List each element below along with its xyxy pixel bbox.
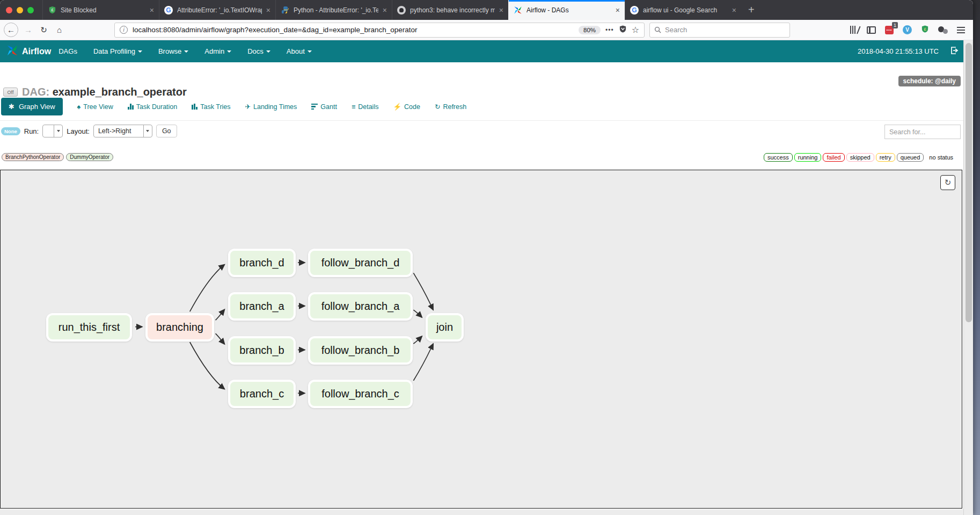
zoom-level-badge[interactable]: 80%: [579, 26, 601, 34]
view-tabs: ✱Graph View ♠Tree View Task Duration Tas…: [1, 98, 466, 115]
chevron-down-icon: [266, 50, 270, 53]
tab-gantt[interactable]: Gantt: [311, 103, 337, 111]
run-select[interactable]: [42, 125, 63, 137]
menu-browse[interactable]: Browse: [158, 47, 188, 55]
run-controls: None Run: Layout: Left->Right Go: [1, 124, 177, 138]
tab-github-python3[interactable]: python3: behave incorrectly mo ×: [392, 0, 508, 20]
airflow-navbar: Airflow DAGs Data Profiling Browse Admin…: [0, 40, 973, 62]
reload-button[interactable]: ↻: [36, 23, 52, 38]
tab-site-blocked[interactable]: £ Site Blocked ×: [42, 0, 159, 20]
task-node-run_this_first[interactable]: run_this_first: [46, 313, 132, 342]
tab-code[interactable]: ⚡Code: [393, 103, 420, 111]
tab-task-tries[interactable]: Task Tries: [192, 103, 230, 111]
task-node-branching[interactable]: branching: [145, 313, 214, 342]
close-tab-icon[interactable]: ×: [732, 6, 736, 14]
tab-task-duration[interactable]: Task Duration: [128, 103, 177, 111]
task-node-branch_b[interactable]: branch_b: [228, 336, 296, 365]
dag-header: Off DAG: example_branch_operator: [3, 86, 187, 98]
search-icon: [654, 26, 661, 33]
task-node-branch_c[interactable]: branch_c: [228, 380, 296, 408]
adblock-extension-icon[interactable]: ••• 1: [885, 26, 894, 34]
site-info-icon[interactable]: i: [120, 26, 128, 34]
tab-airflow-dags-active[interactable]: Airflow - DAGs ×: [508, 0, 625, 20]
back-button[interactable]: ←: [4, 23, 18, 37]
operator-badge-branchpythonoperator: BranchPythonOperator: [2, 153, 64, 161]
new-tab-button[interactable]: +: [741, 0, 762, 20]
sidebar-toggle-icon[interactable]: [867, 26, 876, 34]
search-bar[interactable]: Search: [649, 23, 790, 38]
airflow-favicon-icon: [514, 6, 522, 14]
url-text[interactable]: localhost:8080/admin/airflow/graph?execu…: [133, 26, 574, 34]
menu-data-profiling[interactable]: Data Profiling: [93, 47, 142, 55]
menu-dags[interactable]: DAGs: [58, 47, 77, 55]
close-tab-icon[interactable]: ×: [383, 6, 387, 14]
close-tab-icon[interactable]: ×: [499, 6, 503, 14]
home-button[interactable]: ⌂: [52, 23, 67, 38]
go-button[interactable]: Go: [156, 125, 177, 137]
zoom-window-button[interactable]: [27, 7, 34, 13]
github-favicon-icon: [397, 6, 406, 14]
tab-attributeerror[interactable]: G AttributeError: '_io.TextIOWrapp ×: [159, 0, 275, 20]
task-node-follow_branch_d[interactable]: follow_branch_d: [308, 249, 413, 277]
list-icon: ≡: [352, 103, 355, 111]
task-search-input[interactable]: [884, 125, 961, 139]
tab-title: AttributeError: '_io.TextIOWrapp: [177, 6, 262, 14]
forward-button[interactable]: →: [20, 23, 36, 38]
menu-docs[interactable]: Docs: [247, 47, 270, 55]
layout-select[interactable]: Left->Right: [93, 125, 152, 137]
tab-landing-times[interactable]: ✈Landing Times: [245, 103, 297, 111]
task-node-join[interactable]: join: [426, 313, 464, 342]
url-bar[interactable]: i localhost:8080/admin/airflow/graph?exe…: [114, 23, 645, 38]
chevron-down-icon: [308, 50, 312, 53]
spheres-extension-icon[interactable]: [938, 26, 948, 34]
scrollbar-thumb[interactable]: [966, 43, 972, 322]
task-node-branch_a[interactable]: branch_a: [228, 292, 296, 321]
operator-badge-dummyoperator: DummyOperator: [66, 153, 113, 161]
scrollbar-track[interactable]: [963, 40, 973, 515]
chevron-down-icon: [143, 125, 152, 137]
close-tab-icon[interactable]: ×: [150, 6, 154, 14]
close-tab-icon[interactable]: ×: [616, 6, 620, 14]
bookmark-star-icon[interactable]: ☆: [632, 25, 639, 35]
tab-python-attributeerror[interactable]: Python - AttributeError: '_io.Te ×: [275, 0, 392, 20]
graph-refresh-button[interactable]: ↻: [940, 175, 955, 190]
chevron-down-icon: [227, 50, 231, 53]
tab-graph-view[interactable]: ✱Graph View: [1, 98, 63, 115]
bolt-icon: ⚡: [393, 103, 401, 111]
page-actions-icon[interactable]: •••: [605, 26, 614, 34]
airflow-brand[interactable]: Airflow: [22, 47, 51, 56]
python-favicon-icon: [281, 6, 289, 14]
library-icon[interactable]: [850, 26, 858, 34]
menu-hamburger-icon[interactable]: [957, 25, 965, 35]
tab-bar: £ Site Blocked × G AttributeError: '_io.…: [0, 0, 973, 20]
page-title: DAG: example_branch_operator: [22, 86, 187, 98]
gantt-icon: [311, 103, 318, 111]
tab-airflow-ui-search[interactable]: G airflow ui - Google Search ×: [625, 0, 741, 20]
plane-icon: ✈: [245, 103, 251, 111]
legend-skipped: skipped: [846, 153, 874, 162]
tab-title: Site Blocked: [61, 6, 145, 14]
pocket-shield-icon[interactable]: [619, 25, 627, 35]
task-node-follow_branch_a[interactable]: follow_branch_a: [308, 292, 413, 321]
dag-graph-panel[interactable]: run_this_first branching branch_d follow…: [0, 170, 962, 509]
task-node-follow_branch_c[interactable]: follow_branch_c: [308, 380, 413, 408]
chevron-down-icon: [184, 50, 188, 53]
menu-about[interactable]: About: [287, 47, 312, 55]
task-node-branch_d[interactable]: branch_d: [228, 249, 296, 277]
shield-extension-icon[interactable]: £: [921, 25, 929, 35]
tab-tree-view[interactable]: ♠Tree View: [77, 103, 113, 111]
minimize-window-button[interactable]: [17, 7, 23, 13]
run-state-badge: None: [1, 127, 20, 135]
toolbar-right-icons: ••• 1 V £: [850, 25, 969, 35]
tab-refresh[interactable]: ↻Refresh: [435, 103, 466, 111]
tab-title: airflow ui - Google Search: [643, 6, 728, 14]
close-window-button[interactable]: [6, 7, 12, 13]
operator-legend: BranchPythonOperator DummyOperator: [2, 153, 113, 161]
logout-icon[interactable]: [950, 46, 959, 57]
blue-extension-icon[interactable]: V: [903, 25, 912, 34]
task-node-follow_branch_b[interactable]: follow_branch_b: [308, 336, 413, 365]
menu-admin[interactable]: Admin: [204, 47, 231, 55]
tab-details[interactable]: ≡Details: [352, 103, 379, 111]
dag-pause-toggle[interactable]: Off: [3, 88, 18, 97]
close-tab-icon[interactable]: ×: [266, 6, 270, 14]
